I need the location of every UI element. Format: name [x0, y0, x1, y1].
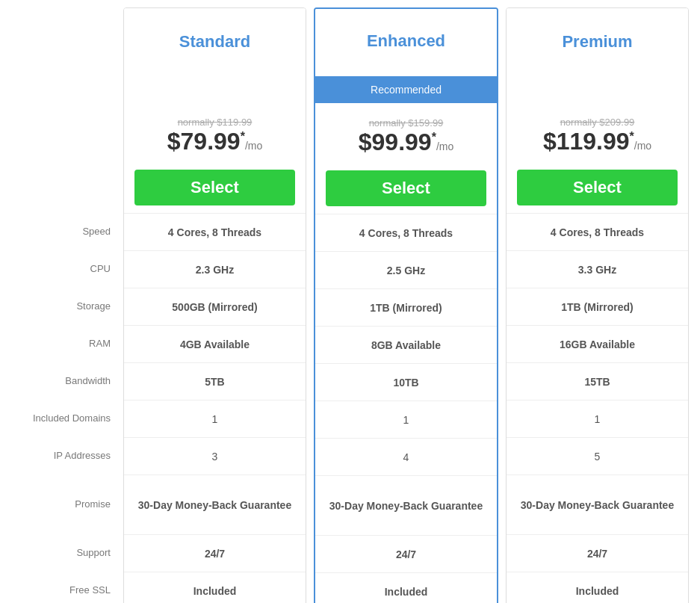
feature-val-speed-enhanced: 4 Cores, 8 Threads — [353, 227, 459, 239]
current-price-enhanced: $99.99*/mo — [359, 130, 453, 154]
feature-val-promise-standard: 30-Day Money-Back Guarantee — [132, 499, 297, 511]
enhanced-badge: Enhanced — [367, 31, 445, 54]
label-cpu: CPU — [7, 250, 120, 287]
feature-ip-premium: 5 — [507, 437, 688, 474]
label-ip: IP Addresses — [7, 436, 120, 474]
feature-val-ssl-premium: Included — [570, 585, 625, 597]
feature-bandwidth-premium: 15TB — [507, 362, 688, 400]
plan-col-enhanced: EnhancedRecommendednormally $159.99$99.9… — [314, 7, 498, 603]
label-spacer-select — [7, 161, 120, 212]
feature-val-domains-enhanced: 1 — [397, 414, 415, 426]
feature-ip-enhanced: 4 — [315, 438, 497, 475]
price-area-standard: normally $119.99$79.99*/mo — [124, 102, 306, 162]
feature-cpu-standard: 2.3 GHz — [124, 250, 306, 288]
feature-val-bandwidth-premium: 15TB — [578, 376, 616, 388]
feature-speed-premium: 4 Cores, 8 Threads — [507, 213, 688, 250]
feature-val-support-enhanced: 24/7 — [390, 548, 422, 560]
price-area-premium: normally $209.99$119.99*/mo — [507, 102, 688, 162]
feature-val-ssl-standard: Included — [188, 585, 243, 597]
feature-val-storage-premium: 1TB (Mirrored) — [555, 301, 639, 313]
feature-val-speed-standard: 4 Cores, 8 Threads — [162, 226, 267, 238]
select-top-row-premium: Select — [507, 162, 688, 213]
feature-val-ip-standard: 3 — [206, 451, 224, 463]
feature-val-ip-premium: 5 — [589, 451, 607, 463]
feature-val-ip-enhanced: 4 — [397, 451, 415, 463]
feature-val-ssl-enhanced: Included — [379, 586, 434, 598]
feature-val-support-premium: 24/7 — [581, 548, 613, 560]
plan-name-standard: Standard — [179, 32, 250, 52]
feature-val-domains-standard: 1 — [206, 413, 224, 425]
feature-ssl-premium: Included — [507, 572, 688, 603]
normal-price-standard: normally $119.99 — [178, 117, 253, 128]
select-top-row-enhanced: Select — [315, 163, 497, 214]
feature-val-speed-premium: 4 Cores, 8 Threads — [545, 226, 650, 238]
feature-val-cpu-enhanced: 2.5 GHz — [381, 265, 431, 276]
feature-support-standard: 24/7 — [124, 534, 306, 572]
plan-col-standard: Standardnormally $119.99$79.99*/moSelect… — [123, 7, 306, 603]
recommended-bar-standard — [124, 75, 306, 102]
feature-cpu-premium: 3.3 GHz — [507, 250, 688, 288]
feature-val-ram-premium: 16GB Available — [554, 338, 641, 350]
feature-support-enhanced: 24/7 — [315, 535, 497, 572]
feature-storage-enhanced: 1TB (Mirrored) — [315, 288, 497, 326]
feature-val-bandwidth-standard: 5TB — [199, 376, 230, 388]
feature-promise-enhanced: 30-Day Money-Back Guarantee — [315, 475, 497, 535]
label-column: Speed CPU Storage RAM Bandwidth Included… — [7, 7, 120, 603]
feature-support-premium: 24/7 — [507, 534, 688, 572]
feature-ram-premium: 16GB Available — [507, 325, 688, 362]
feature-speed-enhanced: 4 Cores, 8 Threads — [315, 214, 497, 251]
feature-bandwidth-standard: 5TB — [124, 362, 306, 400]
plan-name-enhanced: Enhanced — [367, 31, 445, 51]
plan-name-premium: Premium — [562, 32, 632, 52]
label-spacer-price — [7, 102, 120, 161]
plan-header-premium: Premium — [507, 8, 688, 75]
price-area-enhanced: normally $159.99$99.99*/mo — [315, 103, 497, 163]
plan-header-enhanced: Enhanced — [315, 9, 497, 76]
plan-header-standard: Standard — [124, 8, 306, 75]
feature-domains-premium: 1 — [507, 400, 688, 437]
label-ram: RAM — [7, 324, 120, 362]
feature-val-ram-enhanced: 8GB Available — [365, 339, 447, 351]
feature-ram-standard: 4GB Available — [124, 325, 306, 362]
feature-val-cpu-premium: 3.3 GHz — [572, 264, 622, 276]
label-speed: Speed — [7, 212, 120, 250]
select-top-button-standard[interactable]: Select — [134, 170, 295, 205]
plans-area: Standardnormally $119.99$79.99*/moSelect… — [120, 7, 693, 603]
current-price-premium: $119.99*/mo — [543, 129, 651, 153]
label-bandwidth: Bandwidth — [7, 362, 120, 399]
recommended-bar-enhanced: Recommended — [315, 76, 497, 103]
feature-ip-standard: 3 — [124, 437, 306, 474]
label-promise: Promise — [7, 474, 120, 534]
feature-val-promise-premium: 30-Day Money-Back Guarantee — [515, 499, 680, 511]
feature-val-cpu-standard: 2.3 GHz — [190, 264, 240, 276]
label-spacer-recommended — [7, 75, 120, 102]
feature-val-storage-standard: 500GB (Mirrored) — [166, 301, 263, 313]
label-domains: Included Domains — [7, 399, 120, 436]
feature-ssl-enhanced: Included — [315, 572, 497, 603]
label-spacer-top — [7, 7, 120, 75]
select-top-row-standard: Select — [124, 162, 306, 213]
select-top-button-premium[interactable]: Select — [517, 170, 678, 205]
pricing-wrapper: Speed CPU Storage RAM Bandwidth Included… — [0, 7, 700, 603]
recommended-bar-premium — [507, 75, 688, 102]
feature-bandwidth-enhanced: 10TB — [315, 363, 497, 401]
feature-val-promise-enhanced: 30-Day Money-Back Guarantee — [323, 500, 489, 512]
feature-val-domains-premium: 1 — [589, 413, 607, 425]
label-support: Support — [7, 534, 120, 571]
label-ssl: Free SSL — [7, 571, 120, 603]
feature-storage-premium: 1TB (Mirrored) — [507, 288, 688, 325]
feature-cpu-enhanced: 2.5 GHz — [315, 251, 497, 288]
label-storage: Storage — [7, 287, 120, 324]
feature-val-storage-enhanced: 1TB (Mirrored) — [364, 302, 447, 314]
plan-col-premium: Premiumnormally $209.99$119.99*/moSelect… — [506, 7, 689, 603]
select-top-button-enhanced[interactable]: Select — [326, 170, 486, 206]
feature-storage-standard: 500GB (Mirrored) — [124, 288, 306, 325]
normal-price-premium: normally $209.99 — [560, 117, 635, 128]
feature-domains-standard: 1 — [124, 400, 306, 437]
feature-domains-enhanced: 1 — [315, 401, 497, 438]
feature-promise-standard: 30-Day Money-Back Guarantee — [124, 474, 306, 534]
normal-price-enhanced: normally $159.99 — [369, 117, 444, 129]
feature-val-support-standard: 24/7 — [199, 548, 231, 560]
current-price-standard: $79.99*/mo — [167, 129, 262, 153]
feature-speed-standard: 4 Cores, 8 Threads — [124, 213, 306, 250]
